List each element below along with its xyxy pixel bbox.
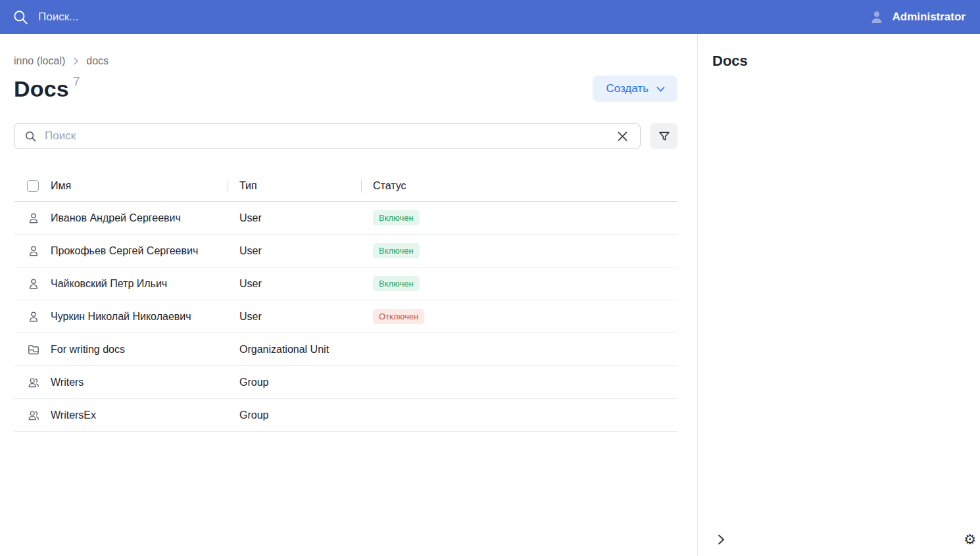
user-icon	[27, 277, 40, 290]
entry-name: WritersEx	[51, 409, 96, 422]
panel-title: Docs	[712, 53, 966, 70]
settings-gear-icon[interactable]: ⚙	[962, 531, 977, 547]
filter-funnel-icon	[658, 130, 670, 142]
user-icon	[27, 244, 40, 258]
table-row[interactable]: Прокофьев Сергей Сергеевич User Включен	[14, 235, 677, 267]
user-icon	[27, 212, 40, 225]
search-input[interactable]	[45, 129, 606, 143]
close-icon	[617, 131, 628, 142]
table-row[interactable]: Writers Group	[14, 366, 677, 399]
entry-type: Group	[228, 377, 361, 388]
breadcrumb-item-current[interactable]: docs	[86, 55, 109, 67]
group-icon	[27, 376, 40, 389]
filter-button[interactable]	[650, 123, 677, 149]
entry-type: Organizational Unit	[228, 344, 361, 356]
user-avatar-icon	[869, 9, 885, 25]
user-menu[interactable]: Administrator	[869, 9, 966, 25]
topbar-search-placeholder[interactable]: Поиск...	[38, 11, 78, 24]
panel-collapse-button[interactable]	[714, 530, 728, 549]
column-header-type[interactable]: Тип	[228, 180, 361, 192]
entry-name: Прокофьев Сергей Сергеевич	[51, 244, 198, 258]
clear-search-button[interactable]	[614, 128, 631, 145]
folder-icon	[27, 343, 40, 356]
breadcrumb-item-root[interactable]: inno (local)	[14, 55, 65, 67]
search-icon	[24, 130, 37, 143]
entry-name: Иванов Андрей Сергеевич	[51, 212, 181, 225]
breadcrumb: inno (local) docs	[14, 55, 677, 67]
entry-name: Чайковский Петр Ильич	[51, 277, 167, 290]
search-box	[14, 123, 641, 149]
status-badge: Включен	[373, 276, 420, 291]
table-row[interactable]: For writing docs Organizational Unit	[14, 333, 677, 366]
column-header-name[interactable]: Имя	[51, 180, 71, 192]
entry-name: Чуркин Николай Николаевич	[51, 310, 191, 323]
table-header: Имя Тип Статус	[14, 171, 677, 202]
column-header-status[interactable]: Статус	[361, 180, 677, 192]
chevron-right-icon	[716, 533, 725, 546]
item-count: 7	[73, 74, 80, 88]
create-button[interactable]: Создать	[593, 76, 677, 102]
topbar-search[interactable]: Поиск...	[12, 9, 78, 26]
group-icon	[27, 409, 40, 422]
status-badge: Включен	[373, 243, 420, 258]
table-row[interactable]: Чайковский Петр Ильич User Включен	[14, 267, 677, 300]
entry-type: User	[228, 212, 361, 224]
table-body: Иванов Андрей Сергеевич User Включен Про…	[14, 202, 677, 432]
entry-name: For writing docs	[51, 343, 125, 356]
select-all-checkbox[interactable]	[27, 180, 39, 192]
topbar: Поиск... Administrator	[0, 0, 980, 34]
chevron-right-icon	[71, 57, 80, 66]
entries-table: Имя Тип Статус Иванов Андрей Серг	[14, 171, 677, 432]
entry-type: Group	[228, 409, 361, 421]
search-icon	[12, 9, 29, 26]
status-badge: Включен	[373, 210, 420, 225]
status-badge: Отключен	[373, 309, 424, 324]
table-row[interactable]: WritersEx Group	[14, 399, 677, 432]
table-row[interactable]: Иванов Андрей Сергеевич User Включен	[14, 202, 677, 235]
entry-type: User	[228, 245, 361, 257]
details-panel: Docs ⚙	[698, 34, 980, 556]
user-name: Administrator	[893, 11, 966, 24]
content-area: inno (local) docs Docs7 Создать	[0, 34, 698, 556]
page-title: Docs7	[14, 76, 80, 102]
entry-type: User	[228, 278, 361, 290]
entry-name: Writers	[51, 376, 84, 389]
table-row[interactable]: Чуркин Николай Николаевич User Отключен	[14, 300, 677, 333]
entry-type: User	[228, 311, 361, 323]
user-icon	[27, 310, 40, 323]
chevron-down-icon	[656, 84, 666, 94]
